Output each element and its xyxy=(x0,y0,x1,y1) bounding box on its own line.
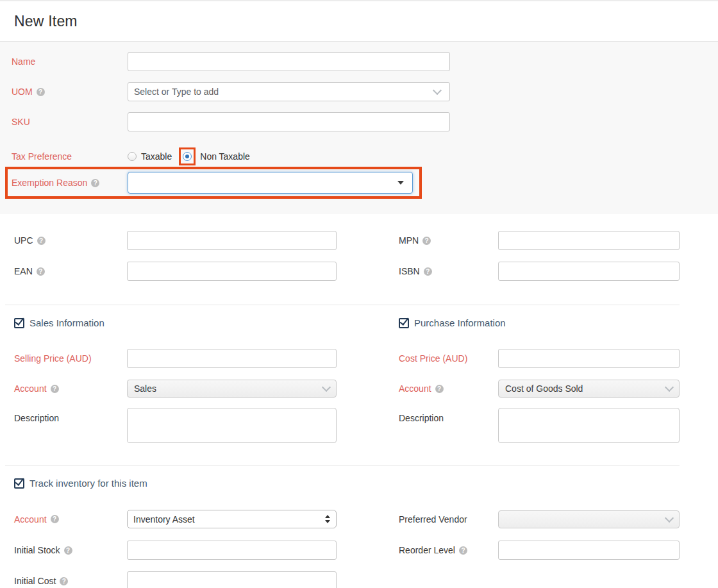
mpn-input[interactable] xyxy=(498,231,680,250)
ean-isbn-row: EAN ? ISBN ? xyxy=(0,262,718,281)
help-icon[interactable]: ? xyxy=(51,515,59,523)
section-headings-row: Sales Information Purchase Information xyxy=(0,317,718,328)
non-taxable-radio[interactable] xyxy=(183,152,192,161)
tax-preference-row: Tax Preference Taxable Non Taxable xyxy=(12,147,718,165)
help-icon[interactable]: ? xyxy=(424,267,432,276)
inventory-account-row: Account ? Inventory Asset Preferred Vend… xyxy=(0,510,718,528)
inventory-account-label: Account ? xyxy=(14,514,127,525)
isbn-label: ISBN ? xyxy=(399,266,498,276)
section-divider xyxy=(5,305,680,305)
reorder-level-input[interactable] xyxy=(498,541,680,560)
page-title: New Item xyxy=(14,13,704,30)
account-row: Account ? Sales Account ? Cost of Goods … xyxy=(0,380,718,398)
select-spinner-icon xyxy=(325,515,330,523)
sku-input[interactable] xyxy=(128,112,450,131)
initial-cost-row: Initial Cost ? xyxy=(0,571,718,588)
help-icon[interactable]: ? xyxy=(435,385,444,393)
purchase-account-label: Account ? xyxy=(399,383,498,394)
purchase-account-select[interactable]: Cost of Goods Sold xyxy=(498,380,680,398)
description-row: Description Description xyxy=(0,408,718,443)
sku-label: SKU xyxy=(12,117,128,127)
purchase-description-textarea[interactable] xyxy=(498,408,680,443)
item-codes-section: UPC ? MPN ? EAN ? xyxy=(0,214,718,281)
non-taxable-radio-label[interactable]: Non Taxable xyxy=(200,151,250,162)
checkbox-checked-icon[interactable] xyxy=(14,318,24,328)
initial-stock-input[interactable] xyxy=(127,541,337,560)
name-label: Name xyxy=(12,56,128,67)
purchase-information-heading: Purchase Information xyxy=(414,317,506,328)
checkbox-checked-icon[interactable] xyxy=(399,318,409,328)
inventory-section: Track inventory for this item Account ? … xyxy=(0,478,718,588)
sales-purchase-section: Sales Information Purchase Information S… xyxy=(0,317,718,443)
annotation-box-radio xyxy=(179,147,196,165)
radio-dot-icon xyxy=(185,155,189,158)
selling-price-label: Selling Price (AUD) xyxy=(14,353,127,364)
exemption-reason-label: Exemption Reason ? xyxy=(12,178,128,188)
help-icon[interactable]: ? xyxy=(64,546,72,555)
help-icon[interactable]: ? xyxy=(37,237,46,245)
selling-price-input[interactable] xyxy=(127,349,337,368)
mpn-label: MPN ? xyxy=(399,235,498,246)
sales-account-label: Account ? xyxy=(14,383,127,394)
help-icon[interactable]: ? xyxy=(37,267,45,276)
uom-row: UOM ? Select or Type to add xyxy=(12,82,718,101)
name-input[interactable] xyxy=(128,52,450,71)
uom-label: UOM ? xyxy=(12,87,128,97)
upc-mpn-row: UPC ? MPN ? xyxy=(0,231,718,250)
cost-price-input[interactable] xyxy=(498,349,680,368)
uom-select[interactable]: Select or Type to add xyxy=(128,82,450,101)
page-header: New Item xyxy=(0,1,718,42)
initial-stock-label: Initial Stock ? xyxy=(14,545,127,555)
reorder-level-label: Reorder Level ? xyxy=(399,545,498,555)
isbn-input[interactable] xyxy=(498,262,680,281)
preferred-vendor-label: Preferred Vendor xyxy=(399,514,498,525)
chevron-down-icon xyxy=(665,383,674,392)
uom-placeholder: Select or Type to add xyxy=(134,87,219,97)
chevron-down-icon xyxy=(322,383,331,392)
sales-information-heading: Sales Information xyxy=(29,317,104,328)
chevron-down-icon xyxy=(665,513,674,522)
name-row: Name xyxy=(12,52,718,71)
help-icon[interactable]: ? xyxy=(37,88,45,96)
price-row: Selling Price (AUD) Cost Price (AUD) xyxy=(0,349,718,368)
help-icon[interactable]: ? xyxy=(422,237,431,245)
sales-information-toggle[interactable]: Sales Information xyxy=(14,317,104,328)
tax-preference-label: Tax Preference xyxy=(12,151,128,162)
sku-row: SKU xyxy=(12,112,718,131)
chevron-down-icon xyxy=(433,86,442,95)
track-inventory-heading: Track inventory for this item xyxy=(29,478,147,489)
track-inventory-row: Track inventory for this item xyxy=(0,478,718,489)
initial-cost-input[interactable] xyxy=(127,571,337,588)
taxable-radio[interactable] xyxy=(128,152,137,161)
preferred-vendor-select[interactable] xyxy=(498,510,680,528)
upc-input[interactable] xyxy=(127,231,337,250)
inventory-account-select[interactable]: Inventory Asset xyxy=(127,510,337,528)
annotation-box-exemption-row: Exemption Reason ? xyxy=(5,167,422,199)
initial-cost-label: Initial Cost ? xyxy=(14,576,127,586)
upc-label: UPC ? xyxy=(14,235,127,246)
ean-label: EAN ? xyxy=(14,266,127,276)
help-icon[interactable]: ? xyxy=(459,546,467,555)
sales-description-textarea[interactable] xyxy=(127,408,337,443)
initial-stock-row: Initial Stock ? Reorder Level ? xyxy=(0,541,718,560)
help-icon[interactable]: ? xyxy=(60,577,68,585)
taxable-radio-label[interactable]: Taxable xyxy=(141,151,172,162)
sales-description-label: Description xyxy=(14,408,127,423)
caret-down-icon xyxy=(397,181,404,185)
help-icon[interactable]: ? xyxy=(91,179,99,187)
primary-details-panel: Name UOM ? Select or Type to add SKU Tax… xyxy=(0,42,718,214)
new-item-page: New Item Name UOM ? Select or Type to ad… xyxy=(0,0,718,588)
exemption-reason-select[interactable] xyxy=(128,172,413,194)
section-divider xyxy=(5,465,680,466)
checkbox-checked-icon[interactable] xyxy=(14,478,24,489)
track-inventory-toggle[interactable]: Track inventory for this item xyxy=(14,478,147,489)
cost-price-label: Cost Price (AUD) xyxy=(399,353,498,364)
ean-input[interactable] xyxy=(127,262,337,281)
purchase-description-label: Description xyxy=(399,408,498,423)
purchase-information-toggle[interactable]: Purchase Information xyxy=(399,317,506,328)
sales-account-select[interactable]: Sales xyxy=(127,380,337,398)
tax-preference-radio-group: Taxable Non Taxable xyxy=(128,147,250,165)
help-icon[interactable]: ? xyxy=(51,385,59,393)
